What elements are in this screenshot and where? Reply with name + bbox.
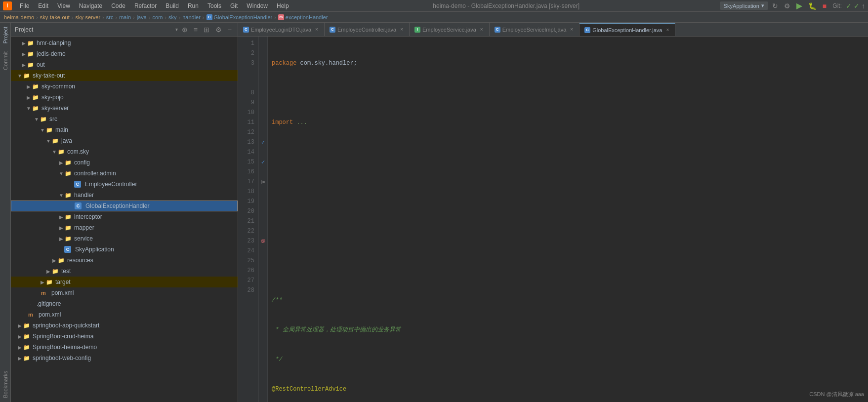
tree-item-test[interactable]: ▶ 📁 test xyxy=(11,266,238,277)
tree-item-controller-admin[interactable]: ▼ 📁 controller.admin xyxy=(11,168,238,179)
debug-icon[interactable]: 🐛 xyxy=(806,1,819,11)
menu-build[interactable]: Build xyxy=(162,1,183,10)
menu-run[interactable]: Run xyxy=(184,1,203,10)
marker-icon: @ xyxy=(261,239,265,243)
breadcrumb-main[interactable]: main xyxy=(119,14,131,20)
tab-close-icon[interactable]: × xyxy=(400,27,403,32)
menu-tools[interactable]: Tools xyxy=(204,1,225,10)
tab-employee-service-impl[interactable]: C EmployeeServiceImpl.java × xyxy=(490,23,579,36)
menu-help[interactable]: Help xyxy=(273,1,293,10)
tree-item-sky-take-out[interactable]: ▼ 📁 sky-take-out xyxy=(11,70,238,81)
chevron-down-icon-header[interactable]: ▾ xyxy=(175,27,178,32)
collapse-icon[interactable]: |= xyxy=(261,179,265,184)
menu-git[interactable]: Git xyxy=(226,1,242,10)
tree-item-src[interactable]: ▼ 📁 src xyxy=(11,114,238,124)
breadcrumb-src[interactable]: src xyxy=(106,14,114,20)
tree-item-jedis[interactable]: ▶ 📁 jedis-demo xyxy=(11,48,238,59)
refresh-icon[interactable]: ↻ xyxy=(770,1,780,11)
collapse-all-icon[interactable]: ≡ xyxy=(192,25,200,35)
tree-label: handler xyxy=(74,192,94,199)
tree-item-pom-root[interactable]: ▶ m pom.xml xyxy=(11,309,238,320)
git-check2-icon[interactable]: ✓ xyxy=(854,2,860,10)
tree-item-employee-controller[interactable]: ▶ C EmployeeController xyxy=(11,179,238,190)
breadcrumb-sky-server[interactable]: sky-server xyxy=(75,14,100,20)
menu-window[interactable]: Window xyxy=(243,1,272,10)
folder-icon: 📁 xyxy=(64,169,72,177)
code-content[interactable]: 1 2 3 8 9 10 11 12 13 14 15 16 17 18 19 … xyxy=(238,37,868,402)
tab-close-icon[interactable]: × xyxy=(570,27,573,32)
git-check1-icon[interactable]: ✓ xyxy=(846,2,852,10)
close-panel-icon[interactable]: − xyxy=(226,25,234,35)
tree-item-global-exception-handler[interactable]: ▶ C GlobalExceptionHandler xyxy=(11,201,238,211)
tree-item-hmr[interactable]: ▶ 📁 hmr-clanping xyxy=(11,38,238,48)
xml-icon: m xyxy=(40,289,47,297)
tree-label: interceptor xyxy=(74,213,102,220)
tree-item-config[interactable]: ▶ 📁 config xyxy=(11,157,238,168)
tree-label: springboot-aop-quickstart xyxy=(33,322,99,329)
tree-item-handler[interactable]: ▼ 📁 handler xyxy=(11,190,238,201)
tab-employee-controller[interactable]: C EmployeeController.java × xyxy=(325,23,410,36)
tree-item-gitignore[interactable]: ▶ . .gitignore xyxy=(11,298,238,309)
tree-label: .gitignore xyxy=(37,300,61,307)
tree-item-pom-server[interactable]: ▶ m pom.xml xyxy=(11,287,238,298)
expand-icon[interactable]: ⊞ xyxy=(202,25,211,35)
tab-global-exception-handler[interactable]: C GlobalExceptionHandler.java × xyxy=(579,23,675,36)
tree-item-web-config[interactable]: ▶ 📁 springboot-web-config xyxy=(11,353,238,363)
tree-item-target[interactable]: ▶ 📁 target xyxy=(11,277,238,287)
stop-icon[interactable]: ■ xyxy=(821,1,828,11)
menu-edit[interactable]: Edit xyxy=(34,1,52,10)
breadcrumb-heima-demo[interactable]: heima-demo xyxy=(4,14,34,20)
tab-employee-service[interactable]: I EmployeeService.java × xyxy=(410,23,490,36)
menu-navigate[interactable]: Navigate xyxy=(75,1,106,10)
tree-item-java[interactable]: ▼ 📁 java xyxy=(11,135,238,146)
arrow-icon: ▼ xyxy=(45,138,51,144)
breadcrumb-handler[interactable]: handler xyxy=(182,14,201,20)
tab-close-icon[interactable]: × xyxy=(666,27,669,33)
settings-icon[interactable]: ⚙ xyxy=(782,1,792,11)
tree-item-sky-pojo[interactable]: ▶ 📁 sky-pojo xyxy=(11,92,238,103)
tree-item-service[interactable]: ▶ 📁 service xyxy=(11,233,238,244)
tree-item-heima-demo[interactable]: ▶ 📁 SpringBoot-heima-demo xyxy=(11,342,238,353)
tree-item-mapper[interactable]: ▶ 📁 mapper xyxy=(11,222,238,233)
vtab-commit[interactable]: Commit xyxy=(1,47,10,74)
tree-item-sky-application[interactable]: ▶ C SkyApplication xyxy=(11,244,238,255)
tree-item-interceptor[interactable]: ▶ 📁 interceptor xyxy=(11,211,238,222)
breadcrumb-java[interactable]: java xyxy=(137,14,147,20)
tree-item-sky-server[interactable]: ▼ 📁 sky-server xyxy=(11,103,238,114)
folder-icon: 📁 xyxy=(57,148,65,156)
tab-employee-login-dto[interactable]: C EmployeeLoginDTO.java × xyxy=(238,23,325,36)
menu-view[interactable]: View xyxy=(53,1,74,10)
arrow-icon: ▼ xyxy=(26,105,32,111)
code-editor[interactable]: package com.sky.handler; import ... /** … xyxy=(268,37,868,402)
settings-icon-proj[interactable]: ⚙ xyxy=(213,25,224,35)
app-logo: I xyxy=(3,1,12,10)
git-arrow-icon[interactable]: ↑ xyxy=(862,2,865,10)
tab-label: EmployeeLoginDTO.java xyxy=(251,27,311,33)
chevron-down-icon: ▾ xyxy=(761,2,764,9)
tree-item-crud[interactable]: ▶ 📁 SpringBoot-crud-heima xyxy=(11,331,238,342)
tree-item-sky-common[interactable]: ▶ 📁 sky-common xyxy=(11,81,238,92)
tree-item-out[interactable]: ▶ 📁 out xyxy=(11,59,238,70)
tree-item-main[interactable]: ▼ 📁 main xyxy=(11,124,238,135)
breadcrumb-com[interactable]: com xyxy=(153,14,163,20)
tree-label: GlobalExceptionHandler xyxy=(85,202,149,209)
vtab-project[interactable]: Project xyxy=(1,23,10,47)
run-config-dropdown[interactable]: SkyApplication ▾ xyxy=(720,1,768,10)
vtab-bookmarks[interactable]: Bookmarks xyxy=(1,367,10,402)
folder-icon: 📁 xyxy=(45,278,53,286)
locate-icon[interactable]: ⊕ xyxy=(180,25,190,35)
breadcrumb-exception-handler[interactable]: exceptionHandler xyxy=(286,14,328,20)
tree-item-aop[interactable]: ▶ 📁 springboot-aop-quickstart xyxy=(11,320,238,331)
tree-item-comsky[interactable]: ▼ 📁 com.sky xyxy=(11,146,238,157)
breadcrumb-sky-take-out[interactable]: sky-take-out xyxy=(40,14,70,20)
tab-close-icon[interactable]: × xyxy=(480,27,483,32)
tab-close-icon[interactable]: × xyxy=(315,27,318,32)
tree-item-resources[interactable]: ▶ 📁 resources xyxy=(11,255,238,266)
breadcrumb-global-exception[interactable]: GlobalExceptionHandler xyxy=(214,14,273,20)
menu-code[interactable]: Code xyxy=(107,1,129,10)
run-icon[interactable]: ▶ xyxy=(794,0,804,11)
menu-refactor[interactable]: Refactor xyxy=(130,1,161,10)
tree-label: controller.admin xyxy=(74,170,116,177)
breadcrumb-sky[interactable]: sky xyxy=(168,14,177,20)
menu-file[interactable]: File xyxy=(16,1,33,10)
